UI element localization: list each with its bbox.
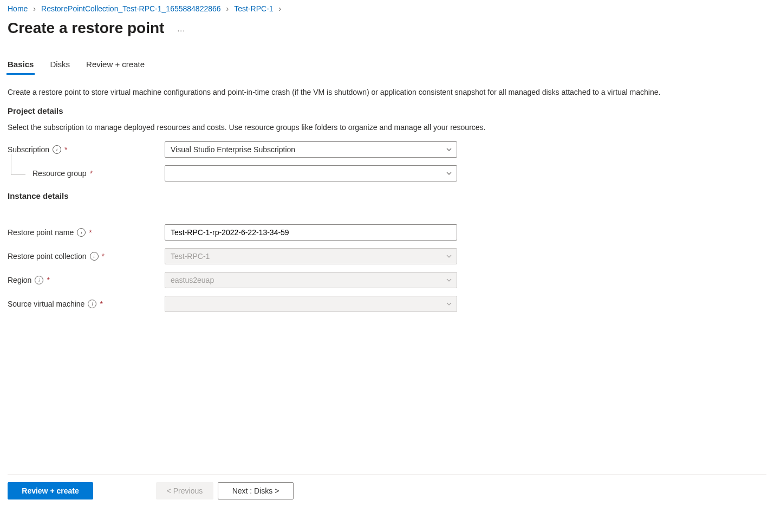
info-icon[interactable]: i: [35, 276, 43, 284]
chevron-right-icon: ›: [226, 4, 229, 13]
next-button[interactable]: Next : Disks >: [218, 482, 294, 499]
required-indicator: *: [47, 276, 49, 284]
subscription-label: Subscription: [8, 145, 49, 154]
chevron-right-icon: ›: [279, 4, 282, 13]
breadcrumb: Home › RestorePointCollection_Test-RPC-1…: [8, 2, 766, 16]
info-icon[interactable]: i: [90, 252, 99, 261]
region-label: Region: [8, 276, 31, 284]
more-actions-icon[interactable]: ···: [177, 22, 185, 35]
chevron-down-icon: [446, 253, 452, 259]
tab-review-create[interactable]: Review + create: [86, 56, 145, 74]
source-vm-label: Source virtual machine: [8, 300, 84, 308]
section-heading-project: Project details: [8, 106, 766, 115]
resource-group-dropdown[interactable]: [165, 165, 457, 181]
tree-connector-icon: [11, 154, 25, 175]
section-sub-project: Select the subscription to manage deploy…: [8, 123, 766, 132]
resource-group-label: Resource group: [32, 169, 87, 178]
chevron-down-icon: [446, 301, 452, 307]
tabs: Basics Disks Review + create: [8, 56, 766, 75]
info-icon[interactable]: i: [88, 300, 96, 308]
required-indicator: *: [100, 300, 102, 308]
section-heading-instance: Instance details: [8, 191, 766, 200]
required-indicator: *: [64, 145, 67, 154]
chevron-right-icon: ›: [33, 4, 36, 13]
restore-point-collection-value: Test-RPC-1: [171, 252, 441, 261]
subscription-dropdown[interactable]: Visual Studio Enterprise Subscription: [165, 141, 457, 158]
review-create-button[interactable]: Review + create: [8, 482, 93, 499]
breadcrumb-collection[interactable]: RestorePointCollection_Test-RPC-1_165588…: [41, 4, 221, 13]
info-icon[interactable]: i: [77, 228, 86, 237]
chevron-down-icon: [446, 146, 452, 153]
chevron-down-icon: [446, 277, 452, 283]
page-title: Create a restore point: [8, 20, 164, 37]
chevron-down-icon: [446, 170, 452, 177]
intro-text: Create a restore point to store virtual …: [8, 88, 766, 96]
restore-point-collection-label: Restore point collection: [8, 252, 87, 261]
breadcrumb-home[interactable]: Home: [8, 4, 28, 13]
tab-basics[interactable]: Basics: [8, 56, 34, 74]
required-indicator: *: [89, 228, 92, 237]
restore-point-collection-dropdown: Test-RPC-1: [165, 248, 457, 264]
restore-point-name-label: Restore point name: [8, 228, 74, 237]
breadcrumb-rpc[interactable]: Test-RPC-1: [234, 4, 273, 13]
required-indicator: *: [102, 252, 105, 261]
footer-bar: Review + create < Previous Next : Disks …: [8, 474, 766, 499]
region-value: eastus2euap: [171, 276, 441, 284]
previous-button: < Previous: [156, 482, 213, 499]
tab-disks[interactable]: Disks: [50, 56, 70, 74]
required-indicator: *: [90, 169, 93, 178]
region-dropdown: eastus2euap: [165, 272, 457, 288]
source-vm-dropdown: [165, 296, 457, 312]
restore-point-name-input[interactable]: [165, 224, 457, 241]
subscription-value: Visual Studio Enterprise Subscription: [171, 145, 441, 154]
info-icon[interactable]: i: [53, 145, 61, 154]
